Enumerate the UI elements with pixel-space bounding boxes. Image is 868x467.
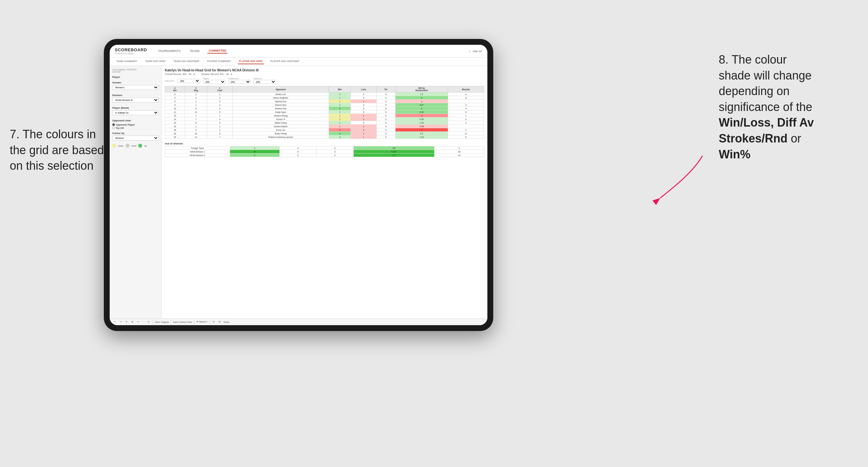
td-ood-loss: 0: [279, 146, 316, 150]
region-filter-select[interactable]: (All): [203, 80, 225, 84]
td-loss: 0: [351, 93, 376, 96]
td-win: 1: [329, 100, 351, 103]
filters-row: Opponents: (All) Region (All) Conference…: [165, 77, 484, 84]
td-ood-tie: 0: [316, 154, 353, 157]
td-ood-opponent: NAIA Division 1: [165, 150, 230, 154]
table-row: 14 7 4 Eunice Yi 2 2 0 0.38 9: [165, 118, 484, 121]
td-win: 1: [329, 121, 351, 125]
conference-label: Conference: [228, 77, 251, 80]
nav-tournaments[interactable]: TOURNAMENTS: [157, 49, 182, 53]
tablet-screen: SCOREBOARD Powered by clippd TOURNAMENTS…: [110, 45, 487, 325]
td-opponent: Esther Lee: [232, 93, 329, 96]
td-conf: 7: [207, 135, 232, 139]
td-opponent: Emily Chang: [232, 132, 329, 135]
conference-filter-select[interactable]: (All): [228, 80, 251, 84]
conference-filter-group: Conference (All): [228, 77, 251, 84]
td-diff: 0.38: [395, 118, 448, 121]
toolbar-icon2[interactable]: ⊟: [218, 320, 222, 323]
grid-record: Overall Record: 353 - 34 - 6 Division Re…: [165, 73, 484, 75]
sub-nav-team-h2h-heatmap[interactable]: TEAM H2H HEATMAP: [172, 59, 201, 64]
td-win: 1: [329, 103, 351, 107]
toolbar-undo[interactable]: ↩: [113, 320, 117, 323]
toolbar-refresh[interactable]: ⊙: [147, 320, 151, 323]
td-loss: 0: [351, 121, 376, 125]
sub-nav-player-h2h-grid[interactable]: PLAYER H2H GRID: [238, 59, 264, 64]
td-loss: 0: [351, 110, 376, 114]
toolbar-save-custom[interactable]: Save Custom View: [173, 321, 192, 323]
opponent-filter-select[interactable]: (All): [253, 80, 276, 84]
td-reg: 1: [185, 103, 207, 107]
colour-dot-down: [112, 144, 116, 148]
td-conf: 1: [207, 114, 232, 118]
radio-opponents-played[interactable]: Opponents Played: [112, 123, 159, 126]
td-reg: 1: [185, 100, 207, 103]
out-of-division-table: Foreign Team 1 0 0 4.5 2 NAIA Division 1…: [165, 146, 484, 157]
toolbar-grid[interactable]: ⊞: [130, 320, 134, 323]
td-opponent: Euna Lee: [232, 128, 329, 132]
td-ood-rounds: 30: [434, 150, 484, 154]
toolbar-redo2[interactable]: ↻: [125, 320, 128, 323]
ood-table-row: NAIA Division 1 15 0 0 9.267 30: [165, 150, 484, 154]
td-div: 20: [165, 135, 185, 139]
sub-nav-player-summary[interactable]: PLAYER SUMMARY: [206, 59, 232, 64]
top-nav: SCOREBOARD Powered by clippd TOURNAMENTS…: [110, 45, 487, 57]
td-reg: 1: [185, 114, 207, 118]
td-diff: 1.25: [395, 121, 448, 125]
opponents-filter-select[interactable]: (All): [178, 79, 200, 83]
radio-top-100[interactable]: Top 100: [112, 127, 159, 129]
player-rank-dropdown[interactable]: 8. Katelyn Vo: [112, 110, 159, 115]
td-rounds: 2: [448, 128, 484, 132]
td-conf: 4: [207, 103, 232, 107]
nav-committee[interactable]: COMMITTEE: [207, 49, 227, 54]
td-loss: 2: [351, 125, 376, 128]
toolbar-dot[interactable]: ·: [142, 321, 145, 323]
overall-record-label: Overall Record: 353 - 34 - 6: [165, 73, 195, 75]
td-opponent: Federica Domecq Lacroze: [232, 135, 329, 139]
left-panel: Last Updated: 27/03/2024 16:55:38 Player…: [110, 66, 162, 318]
colour-legend: Down Level Up: [112, 144, 159, 148]
toolbar-share[interactable]: Share: [224, 321, 230, 323]
td-diff: 1.33: [395, 135, 448, 139]
td-rounds: 6: [448, 135, 484, 139]
gender-dropdown[interactable]: Women's: [112, 85, 159, 90]
td-ood-rounds: 10: [434, 154, 484, 157]
td-loss: 0: [351, 103, 376, 107]
colour-label-level: Level: [131, 145, 136, 147]
toolbar-redo1[interactable]: ↪: [119, 320, 123, 323]
td-div: 13: [165, 114, 185, 118]
opponent-filter-group: Opponent (All): [253, 77, 276, 84]
th-reg: #Reg: [185, 86, 207, 93]
colour-by-dropdown[interactable]: Win/loss: [112, 136, 159, 141]
region-filter-group: Region (All): [203, 77, 225, 84]
td-ood-opponent: Foreign Team: [165, 146, 230, 150]
td-tie: 0: [376, 107, 395, 110]
th-opponent: Opponent: [232, 86, 329, 93]
toolbar-view-original[interactable]: View: Original: [155, 321, 169, 323]
sub-nav-team-summary[interactable]: TEAM SUMMARY: [115, 59, 138, 64]
td-reg: 2: [185, 128, 207, 132]
td-div: 16: [165, 125, 185, 128]
sign-out-link[interactable]: Sign out: [473, 50, 482, 53]
toolbar-cut[interactable]: ✂: [136, 320, 140, 323]
td-tie: 0: [376, 121, 395, 125]
nav-teams[interactable]: TEAMS: [188, 49, 201, 53]
td-rounds: 3: [448, 103, 484, 107]
annotation-right: 8. The colour shade will change dependin…: [719, 52, 855, 162]
sub-nav-team-h2h-grid[interactable]: TEAM H2H GRID: [144, 59, 167, 64]
td-loss: 1: [351, 114, 376, 118]
toolbar-watch[interactable]: 👁 Watch ▾: [196, 321, 207, 323]
td-diff: -1: [395, 100, 448, 103]
td-diff: 4: [395, 96, 448, 100]
division-dropdown[interactable]: NCAA Division III: [112, 98, 159, 102]
table-row: 16 1 1 Jessica Mason 1 2 0 -0.94: [165, 125, 484, 128]
td-win: 1: [329, 93, 351, 96]
td-div: 3: [165, 93, 185, 96]
td-div: 18: [165, 128, 185, 132]
sub-nav-player-h2h-heatmap[interactable]: PLAYER H2H HEATMAP: [269, 59, 301, 64]
td-opponent: Sydney Kuo: [232, 100, 329, 103]
td-ood-tie: 0: [316, 146, 353, 150]
td-rounds: 9: [448, 118, 484, 121]
td-diff: 3.67: [395, 103, 448, 107]
toolbar-icon1[interactable]: ⊡: [212, 320, 216, 323]
td-win: 1: [329, 125, 351, 128]
